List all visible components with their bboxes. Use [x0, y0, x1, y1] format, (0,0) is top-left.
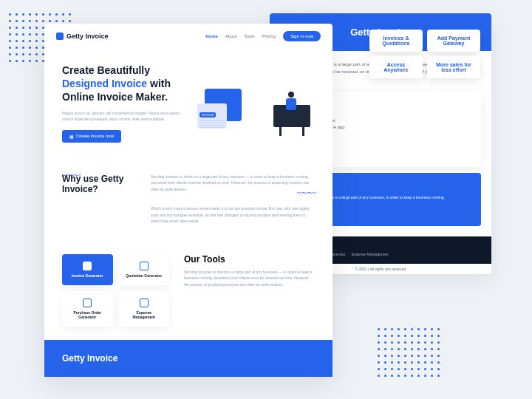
expense-icon — [140, 299, 149, 307]
decoration-zigzag: 〰〰〰 — [297, 189, 315, 197]
why-section: Why use Getty Invoice? Sending invoices … — [44, 157, 332, 241]
page-preview-front: Getty Invoice Home About Tools Pricing S… — [44, 24, 332, 377]
signin-button[interactable]: Sign in now — [283, 31, 321, 41]
tool-card-invoice[interactable]: Invoice Generator — [62, 254, 113, 285]
logo-icon — [56, 33, 64, 40]
nav-link-tools[interactable]: Tools — [245, 34, 255, 38]
illustration-person — [285, 92, 297, 115]
footer-hero: Getty Invoice — [44, 340, 332, 377]
nav-links: Home About Tools Pricing Sign in now — [205, 31, 321, 41]
feature-card[interactable]: More sales for less effort — [427, 56, 480, 78]
invoice-icon — [83, 262, 92, 270]
why-paragraph: Sending invoices to clients is a large p… — [151, 174, 315, 193]
feature-card[interactable]: Add Payment Gateway — [427, 30, 480, 52]
logo[interactable]: Getty Invoice — [56, 33, 109, 40]
tools-section: Invoice Generator Quotation Generator Pu… — [44, 241, 332, 340]
decoration-zigzag: 〰〰〰 — [62, 171, 80, 180]
tools-desc: Sending invoices to clients is a large p… — [184, 269, 315, 288]
tool-card-purchase-order[interactable]: Purchase Order Generator — [62, 291, 113, 327]
tools-grid: Invoice Generator Quotation Generator Pu… — [62, 254, 169, 327]
why-paragraph: Which is why many business owners defer … — [151, 205, 315, 225]
tool-card-expense[interactable]: Expense Management — [119, 291, 170, 327]
quotation-icon — [140, 262, 149, 270]
feature-card[interactable]: Invoices & Quotations — [369, 30, 423, 52]
nav-link-home[interactable]: Home — [205, 34, 218, 38]
footer-link[interactable]: Expense Management — [352, 252, 389, 256]
feature-card[interactable]: Access Anywhere — [369, 56, 423, 78]
hero-section: Create Beautifully Designed Invoice with… — [44, 49, 332, 157]
navbar: Getty Invoice Home About Tools Pricing S… — [44, 24, 332, 49]
document-icon: ▦ — [69, 134, 74, 139]
decoration-dots-bottomright — [378, 328, 440, 377]
purchase-order-icon — [83, 299, 92, 307]
hero-illustration: INVOICE — [194, 69, 315, 136]
nav-link-pricing[interactable]: Pricing — [262, 34, 276, 38]
nav-link-about[interactable]: About — [225, 34, 237, 38]
create-invoice-button[interactable]: ▦Create invoice now — [62, 130, 121, 143]
feature-cards-grid: Invoices & Quotations Add Payment Gatewa… — [369, 30, 480, 78]
hero-title: Create Beautifully Designed Invoice with… — [62, 64, 183, 104]
tool-card-quotation[interactable]: Quotation Generator — [119, 254, 170, 285]
why-title: Why use Getty Invoice? — [62, 174, 136, 225]
illustration-invoice-doc: INVOICE — [197, 103, 227, 129]
hero-subtitle: Magna auctor mi, aliquam nisl condimentu… — [62, 110, 183, 122]
invoice-tag: INVOICE — [200, 112, 216, 117]
tools-title: Our Tools — [184, 254, 315, 265]
